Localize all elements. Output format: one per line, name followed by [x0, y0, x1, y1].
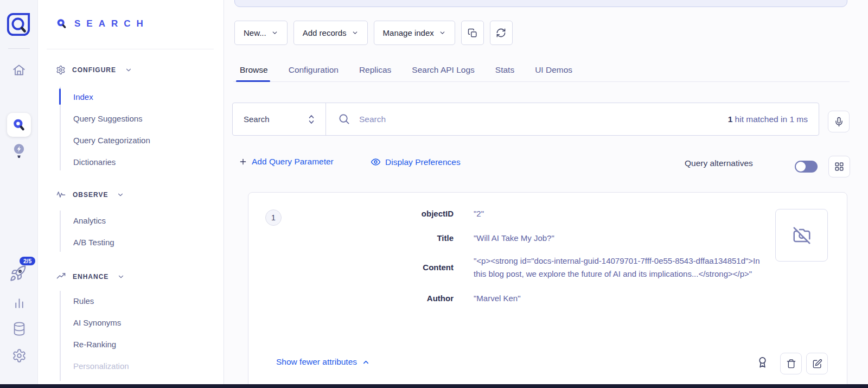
field-row-objectid: objectID "2": [248, 207, 847, 220]
hits-text: hit matched in 1 ms: [735, 115, 808, 124]
manage-index-button[interactable]: Manage index: [374, 21, 455, 45]
trend-up-icon: [56, 271, 66, 282]
field-label: objectID: [248, 207, 454, 220]
icon-rail: 2/5: [0, 0, 38, 388]
search-input[interactable]: [359, 115, 728, 124]
trash-icon: [786, 359, 796, 369]
show-fewer-attributes-link[interactable]: Show fewer attributes: [276, 357, 370, 367]
refresh-button[interactable]: [490, 21, 513, 45]
tab-browse[interactable]: Browse: [240, 58, 268, 81]
layout-grid-button[interactable]: [828, 156, 850, 177]
home-icon[interactable]: [12, 63, 26, 77]
chevron-down-icon: [352, 29, 359, 36]
toggle-knob: [796, 162, 806, 171]
query-alternatives-toggle[interactable]: [795, 161, 818, 173]
index-banner-cutoff: [234, 0, 847, 7]
toolbar: New... Add records Manage index: [234, 21, 513, 45]
algolia-logo-icon[interactable]: [6, 12, 31, 37]
chevron-down-icon: [439, 29, 446, 36]
sidebar-title: SEARCH: [74, 18, 149, 29]
new-button[interactable]: New...: [234, 21, 288, 45]
field-row-author: Author "Marvel Ken": [248, 292, 847, 305]
sidebar-item-personalization[interactable]: Personalization: [38, 355, 224, 377]
field-row-title: Title "Will AI Take My Job?": [248, 232, 847, 245]
microphone-icon: [834, 117, 844, 127]
sidebar-item-query-categorization[interactable]: Query Categorization: [38, 129, 224, 151]
tab-configuration[interactable]: Configuration: [289, 58, 339, 81]
tab-ui-demos[interactable]: UI Demos: [535, 58, 572, 81]
search-type-selector[interactable]: Search: [233, 103, 326, 135]
tab-replicas[interactable]: Replicas: [359, 58, 391, 81]
hit-fields: objectID "2" Title "Will AI Take My Job?…: [248, 207, 847, 305]
search-stats: 1 hit matched in 1 ms: [728, 115, 819, 124]
observe-items: Analytics A/B Testing: [38, 209, 224, 253]
award-icon: [756, 355, 769, 370]
tab-search-api-logs[interactable]: Search API Logs: [412, 58, 474, 81]
section-observe[interactable]: OBSERVE: [56, 189, 124, 200]
usage-badge: 2/5: [20, 257, 35, 265]
plus-icon: [239, 157, 247, 166]
search-icon: [56, 18, 67, 29]
query-alternatives-label: Query alternatives: [685, 158, 753, 168]
add-query-parameter-label: Add Query Parameter: [252, 157, 334, 167]
gear-icon: [56, 65, 66, 75]
sidebar-item-rules[interactable]: Rules: [38, 290, 224, 311]
sidebar-item-index[interactable]: Index: [38, 86, 224, 107]
field-label: Title: [248, 232, 454, 245]
manage-index-label: Manage index: [383, 28, 434, 37]
search-bar: Search 1 hit matched in 1 ms: [232, 103, 819, 136]
field-label: Author: [248, 292, 454, 305]
delete-record-button[interactable]: [780, 353, 802, 374]
pulse-icon: [56, 189, 66, 200]
edit-record-button[interactable]: [806, 353, 828, 374]
window-bottom-edge: [0, 384, 868, 388]
new-button-label: New...: [244, 28, 266, 37]
section-configure-label: CONFIGURE: [72, 66, 116, 74]
sidebar-item-dictionaries[interactable]: Dictionaries: [38, 151, 224, 173]
add-query-parameter-link[interactable]: Add Query Parameter: [239, 157, 334, 167]
configure-items: Index Query Suggestions Query Categoriza…: [38, 86, 224, 173]
section-configure[interactable]: CONFIGURE: [56, 65, 132, 75]
chevron-down-icon: [125, 66, 132, 74]
main-content: New... Add records Manage index: [224, 0, 868, 388]
show-fewer-label: Show fewer attributes: [276, 357, 357, 367]
display-preferences-label: Display Preferences: [385, 157, 461, 167]
sidebar-item-query-suggestions[interactable]: Query Suggestions: [38, 107, 224, 129]
sidebar-item-re-ranking[interactable]: Re-Ranking: [38, 333, 224, 355]
field-label: Content: [248, 261, 454, 274]
voice-search-button[interactable]: [828, 111, 850, 132]
chevron-down-icon: [117, 191, 124, 199]
chevron-up-icon: [362, 358, 370, 366]
field-value: "Marvel Ken": [474, 292, 760, 305]
chevron-down-icon: [271, 29, 278, 36]
tab-stats[interactable]: Stats: [495, 58, 514, 81]
add-records-button[interactable]: Add records: [293, 21, 368, 45]
section-observe-label: OBSERVE: [73, 191, 108, 199]
search-nav-tile[interactable]: [7, 113, 31, 137]
algolia-dashboard: 2/5: [0, 0, 868, 388]
sidebar: SEARCH CONFIGURE Index Query Suggestions…: [38, 0, 224, 388]
search-icon: [338, 113, 350, 125]
display-preferences-link[interactable]: Display Preferences: [371, 157, 461, 167]
hits-count: 1: [728, 115, 733, 124]
bar-chart-icon[interactable]: [12, 296, 26, 310]
section-enhance[interactable]: ENHANCE: [56, 271, 125, 282]
database-icon[interactable]: [12, 321, 26, 336]
field-value: "Will AI Take My Job?": [474, 232, 760, 245]
sidebar-item-analytics[interactable]: Analytics: [38, 209, 224, 231]
rocket-icon[interactable]: [9, 265, 27, 282]
sidebar-item-ab-testing[interactable]: A/B Testing: [38, 231, 224, 253]
search-type-value: Search: [244, 115, 270, 124]
search-icon: [12, 118, 26, 132]
image-placeholder: [775, 209, 828, 262]
sidebar-item-ai-synonyms[interactable]: AI Synonyms: [38, 311, 224, 333]
rail-divider: [8, 48, 30, 49]
enhance-items: Rules AI Synonyms Re-Ranking Personaliza…: [38, 290, 224, 377]
chevron-down-icon: [117, 273, 125, 281]
hit-card: 1 objectID "2" Title "Will AI Take My Jo…: [248, 192, 847, 388]
gear-icon[interactable]: [12, 348, 27, 363]
bulb-icon[interactable]: [11, 143, 27, 160]
copy-button[interactable]: [461, 21, 484, 45]
copy-icon: [468, 28, 477, 38]
ranking-info-button[interactable]: [756, 355, 769, 370]
